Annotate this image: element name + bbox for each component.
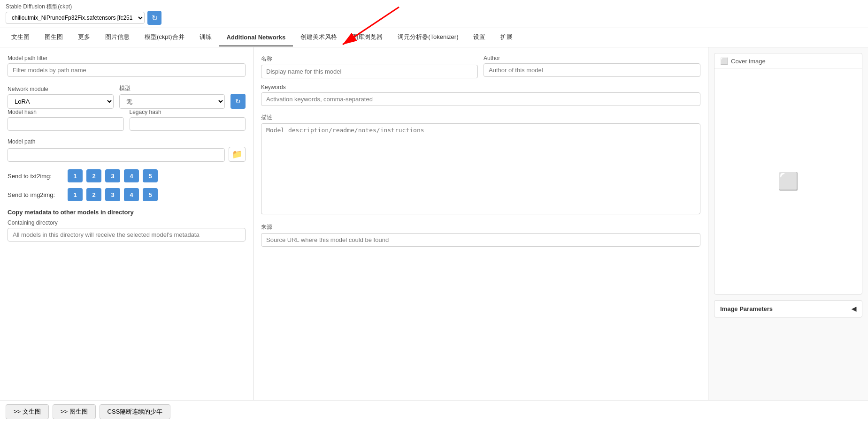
model-type-label: 模型 [119,84,225,92]
author-label: Author [484,55,700,61]
send-txt2img-row: Send to txt2img: 1 2 3 4 5 [8,169,246,182]
model-path-group: Model path 📁 [8,138,246,162]
tab-train[interactable]: 训练 [192,28,219,47]
network-module-label: Network module [8,86,114,92]
model-hash-input[interactable] [8,117,124,131]
send-txt2img-1[interactable]: 1 [68,169,83,182]
send-img2img-5[interactable]: 5 [143,188,158,201]
network-module-select[interactable]: LoRA LyCORIS/LoCon LyCORIS/LoHa [8,94,114,109]
model-path-filter-group: Model path filter [8,55,246,77]
bottom-bar: >> 文生图 >> 图生图 CSS隔断连续的少年 [0,400,868,423]
send-img2img-2[interactable]: 2 [86,188,101,201]
send-img2img-4[interactable]: 4 [124,188,139,201]
copy-meta-title: Copy metadata to other models in directo… [8,209,246,216]
network-module-group: Network module LoRA LyCORIS/LoCon LyCORI… [8,86,114,109]
reset-model-button[interactable]: ↻ [230,94,246,109]
tab-gallery[interactable]: 图库浏览器 [345,28,390,47]
collapse-icon: ◀ [852,305,856,312]
send-txt2img-2[interactable]: 2 [86,169,101,182]
model-hash-label: Model hash [8,109,124,115]
description-group: 描述 [261,113,700,216]
containing-dir-input[interactable] [8,228,246,242]
image-params-header[interactable]: Image Parameters ◀ [714,301,862,317]
refresh-model-button[interactable]: ↻ [147,11,161,25]
model-section: Stable Diffusion 模型(ckpt) chilloutmix_Ni… [6,3,161,25]
name-label: 名称 [261,55,478,63]
send-img2img-row: Send to img2img: 1 2 3 4 5 [8,188,246,201]
nav-tabs: 文生图 图生图 更多 图片信息 模型(ckpt)合并 训练 Additional… [0,28,868,47]
tab-addnets[interactable]: Additional Networks [219,29,293,46]
containing-dir-label: Containing directory [8,219,246,226]
image-params-label: Image Parameters [720,305,773,312]
tab-style[interactable]: 创建美术风格 [293,28,345,47]
send-img2img-1[interactable]: 1 [68,188,83,201]
main-content: Model path filter Network module LoRA Ly… [0,47,868,423]
folder-button[interactable]: 📁 [229,147,246,162]
cover-image-icon: ⬜ [720,57,728,65]
source-input[interactable] [261,233,700,247]
model-select[interactable]: chilloutmix_NiPrunedFp32Fix.safetensors … [6,12,145,24]
name-input[interactable] [261,65,478,78]
send-txt2img-3[interactable]: 3 [105,169,120,182]
model-select-container: chilloutmix_NiPrunedFp32Fix.safetensors … [6,11,161,25]
name-author-row: 名称 Author [261,55,700,78]
refresh-icon: ↻ [152,14,158,23]
source-label: 来源 [261,223,700,231]
legacy-hash-input[interactable] [130,117,246,131]
send-txt2img-4[interactable]: 4 [124,169,139,182]
send-txt2img-5[interactable]: 5 [143,169,158,182]
tab-settings[interactable]: 设置 [466,28,493,47]
model-label: Stable Diffusion 模型(ckpt) [6,3,161,11]
keywords-group: Keywords [261,84,700,106]
cover-image-body[interactable]: ⬜ [714,69,862,294]
copy-meta-section: Copy metadata to other models in directo… [8,209,246,242]
keywords-input[interactable] [261,92,700,106]
model-type-select[interactable]: 无 [119,94,225,109]
model-path-label: Model path [8,138,246,145]
middle-panel: 名称 Author Keywords 描述 来源 [253,47,708,423]
send-img2img-label: Send to img2img: [8,191,64,198]
model-path-filter-label: Model path filter [8,55,246,61]
folder-icon: 📁 [232,149,242,159]
tab-tokenizer[interactable]: 词元分析器(Tokenizer) [390,28,466,47]
hash-row: Model hash Legacy hash [8,109,246,131]
cover-image-header: ⬜ Cover image [714,53,862,69]
cover-image-label: Cover image [731,58,766,65]
author-input[interactable] [484,63,700,77]
description-textarea[interactable] [261,123,700,214]
top-bar: Stable Diffusion 模型(ckpt) chilloutmix_Ni… [0,0,868,28]
model-path-filter-input[interactable] [8,63,246,77]
send-to-img2img-button[interactable]: >> 图生图 [53,404,96,419]
tab-img2img[interactable]: 图生图 [37,28,70,47]
author-group: Author [484,55,700,78]
send-img2img-3[interactable]: 3 [105,188,120,201]
image-params-section: Image Parameters ◀ [714,300,862,317]
tab-extensions[interactable]: 扩展 [493,28,520,47]
cover-image-section: ⬜ Cover image ⬜ [714,53,862,295]
css-button[interactable]: CSS隔断连续的少年 [100,404,171,419]
image-placeholder-icon: ⬜ [778,172,799,191]
name-group: 名称 [261,55,478,78]
model-hash-group: Model hash [8,109,124,131]
send-txt2img-label: Send to txt2img: [8,173,64,180]
send-to-txt2img-button[interactable]: >> 文生图 [6,404,49,419]
model-path-input[interactable] [8,148,225,162]
network-module-row: Network module LoRA LyCORIS/LoCon LyCORI… [8,84,246,109]
keywords-label: Keywords [261,84,700,91]
description-label: 描述 [261,113,700,121]
reset-icon: ↻ [235,98,241,105]
tab-txt2img[interactable]: 文生图 [4,28,37,47]
right-panel: ⬜ Cover image ⬜ Image Parameters ◀ [708,47,868,423]
model-path-row: 📁 [8,147,246,162]
legacy-hash-label: Legacy hash [130,109,246,115]
tab-more[interactable]: 更多 [70,28,98,47]
tab-merge[interactable]: 模型(ckpt)合并 [137,28,192,47]
tab-imginfo[interactable]: 图片信息 [98,28,137,47]
model-type-group: 模型 无 [119,84,225,109]
left-panel: Model path filter Network module LoRA Ly… [0,47,253,423]
legacy-hash-group: Legacy hash [130,109,246,131]
source-group: 来源 [261,223,700,247]
